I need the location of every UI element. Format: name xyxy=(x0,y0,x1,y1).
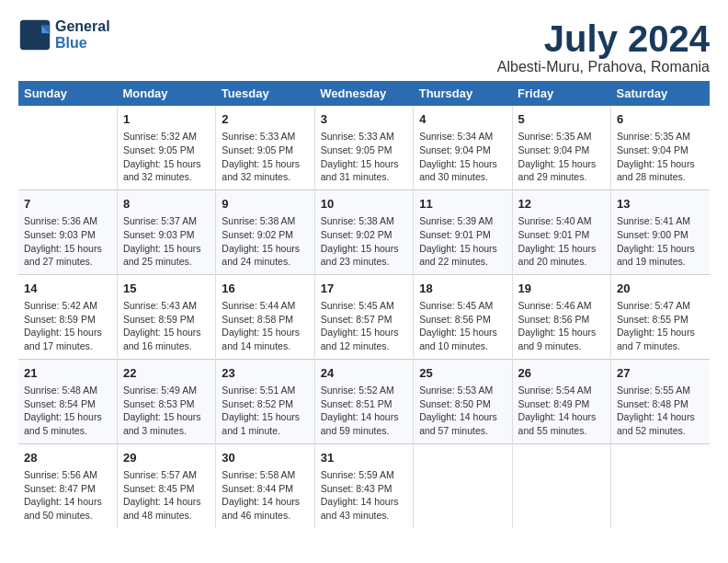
day-cell-21: 21Sunrise: 5:48 AM Sunset: 8:54 PM Dayli… xyxy=(18,359,117,443)
day-number: 8 xyxy=(123,196,210,213)
weekday-header-monday: Monday xyxy=(117,81,215,106)
weekday-header-friday: Friday xyxy=(512,81,610,106)
day-number: 29 xyxy=(123,450,210,466)
day-cell-4: 4Sunrise: 5:34 AM Sunset: 9:04 PM Daylig… xyxy=(414,106,512,190)
day-number: 26 xyxy=(518,365,605,382)
day-info: Sunrise: 5:53 AM Sunset: 8:50 PM Dayligh… xyxy=(419,384,506,438)
day-cell-27: 27Sunrise: 5:55 AM Sunset: 8:48 PM Dayli… xyxy=(611,359,710,443)
logo-text: General Blue xyxy=(55,18,110,51)
day-info: Sunrise: 5:55 AM Sunset: 8:48 PM Dayligh… xyxy=(617,384,704,438)
day-number: 20 xyxy=(617,281,704,297)
day-info: Sunrise: 5:33 AM Sunset: 9:05 PM Dayligh… xyxy=(321,130,407,184)
day-info: Sunrise: 5:39 AM Sunset: 9:01 PM Dayligh… xyxy=(419,214,506,269)
week-row-1: 1Sunrise: 5:32 AM Sunset: 9:05 PM Daylig… xyxy=(18,106,710,190)
day-info: Sunrise: 5:44 AM Sunset: 8:58 PM Dayligh… xyxy=(222,299,308,353)
day-cell-14: 14Sunrise: 5:42 AM Sunset: 8:59 PM Dayli… xyxy=(18,274,117,359)
day-cell-18: 18Sunrise: 5:45 AM Sunset: 8:56 PM Dayli… xyxy=(414,274,512,359)
day-number: 19 xyxy=(518,281,605,297)
weekday-header-thursday: Thursday xyxy=(414,81,512,106)
location-subtitle: Albesti-Muru, Prahova, Romania xyxy=(497,59,710,75)
day-number: 30 xyxy=(222,450,308,466)
day-number: 5 xyxy=(518,111,605,128)
day-info: Sunrise: 5:51 AM Sunset: 8:52 PM Dayligh… xyxy=(222,384,308,438)
day-info: Sunrise: 5:49 AM Sunset: 8:53 PM Dayligh… xyxy=(123,384,210,438)
day-info: Sunrise: 5:40 AM Sunset: 9:01 PM Dayligh… xyxy=(518,214,605,269)
day-number: 6 xyxy=(617,111,704,128)
day-cell-30: 30Sunrise: 5:58 AM Sunset: 8:44 PM Dayli… xyxy=(216,443,314,527)
day-info: Sunrise: 5:54 AM Sunset: 8:49 PM Dayligh… xyxy=(518,384,605,438)
empty-cell xyxy=(512,443,610,527)
day-info: Sunrise: 5:47 AM Sunset: 8:55 PM Dayligh… xyxy=(617,299,704,353)
day-cell-8: 8Sunrise: 5:37 AM Sunset: 9:03 PM Daylig… xyxy=(117,190,215,274)
day-info: Sunrise: 5:36 AM Sunset: 9:03 PM Dayligh… xyxy=(24,214,111,269)
day-number: 27 xyxy=(617,365,704,382)
weekday-header-sunday: Sunday xyxy=(18,81,117,106)
day-number: 9 xyxy=(222,196,308,213)
month-title: July 2024 xyxy=(497,18,710,59)
day-info: Sunrise: 5:45 AM Sunset: 8:57 PM Dayligh… xyxy=(321,299,407,353)
empty-cell xyxy=(611,443,710,527)
day-number: 22 xyxy=(123,365,210,382)
title-block: July 2024 Albesti-Muru, Prahova, Romania xyxy=(497,18,710,75)
day-info: Sunrise: 5:33 AM Sunset: 9:05 PM Dayligh… xyxy=(222,130,308,184)
day-cell-12: 12Sunrise: 5:40 AM Sunset: 9:01 PM Dayli… xyxy=(512,190,610,274)
day-number: 31 xyxy=(321,450,407,466)
day-number: 21 xyxy=(24,365,111,382)
day-cell-3: 3Sunrise: 5:33 AM Sunset: 9:05 PM Daylig… xyxy=(314,106,413,190)
day-info: Sunrise: 5:34 AM Sunset: 9:04 PM Dayligh… xyxy=(419,130,506,184)
day-number: 12 xyxy=(518,196,605,213)
day-number: 2 xyxy=(222,111,308,128)
day-info: Sunrise: 5:41 AM Sunset: 9:00 PM Dayligh… xyxy=(617,214,704,269)
calendar-table: SundayMondayTuesdayWednesdayThursdayFrid… xyxy=(18,81,710,528)
day-cell-1: 1Sunrise: 5:32 AM Sunset: 9:05 PM Daylig… xyxy=(117,106,215,190)
empty-cell xyxy=(18,106,117,190)
day-cell-9: 9Sunrise: 5:38 AM Sunset: 9:02 PM Daylig… xyxy=(216,190,314,274)
day-cell-26: 26Sunrise: 5:54 AM Sunset: 8:49 PM Dayli… xyxy=(512,359,610,443)
day-info: Sunrise: 5:42 AM Sunset: 8:59 PM Dayligh… xyxy=(24,299,111,353)
day-info: Sunrise: 5:38 AM Sunset: 9:02 PM Dayligh… xyxy=(321,214,407,269)
week-row-5: 28Sunrise: 5:56 AM Sunset: 8:47 PM Dayli… xyxy=(18,443,710,527)
day-info: Sunrise: 5:37 AM Sunset: 9:03 PM Dayligh… xyxy=(123,214,210,269)
day-number: 10 xyxy=(321,196,407,213)
day-info: Sunrise: 5:35 AM Sunset: 9:04 PM Dayligh… xyxy=(617,130,704,184)
day-cell-20: 20Sunrise: 5:47 AM Sunset: 8:55 PM Dayli… xyxy=(611,274,710,359)
day-info: Sunrise: 5:56 AM Sunset: 8:47 PM Dayligh… xyxy=(24,468,111,523)
svg-rect-0 xyxy=(20,20,50,50)
day-cell-2: 2Sunrise: 5:33 AM Sunset: 9:05 PM Daylig… xyxy=(216,106,314,190)
day-cell-15: 15Sunrise: 5:43 AM Sunset: 8:59 PM Dayli… xyxy=(117,274,215,359)
day-number: 13 xyxy=(617,196,704,213)
day-cell-22: 22Sunrise: 5:49 AM Sunset: 8:53 PM Dayli… xyxy=(117,359,215,443)
logo: General Blue xyxy=(18,18,110,52)
weekday-header-tuesday: Tuesday xyxy=(216,81,314,106)
day-info: Sunrise: 5:48 AM Sunset: 8:54 PM Dayligh… xyxy=(24,384,111,438)
day-number: 16 xyxy=(222,281,308,297)
day-cell-31: 31Sunrise: 5:59 AM Sunset: 8:43 PM Dayli… xyxy=(314,443,413,527)
day-cell-5: 5Sunrise: 5:35 AM Sunset: 9:04 PM Daylig… xyxy=(512,106,610,190)
day-info: Sunrise: 5:45 AM Sunset: 8:56 PM Dayligh… xyxy=(419,299,506,353)
weekday-header-row: SundayMondayTuesdayWednesdayThursdayFrid… xyxy=(18,81,710,106)
weekday-header-saturday: Saturday xyxy=(611,81,710,106)
day-number: 4 xyxy=(419,111,506,128)
day-number: 28 xyxy=(24,450,111,466)
day-number: 17 xyxy=(321,281,407,297)
day-cell-6: 6Sunrise: 5:35 AM Sunset: 9:04 PM Daylig… xyxy=(611,106,710,190)
day-number: 15 xyxy=(123,281,210,297)
day-cell-19: 19Sunrise: 5:46 AM Sunset: 8:56 PM Dayli… xyxy=(512,274,610,359)
week-row-3: 14Sunrise: 5:42 AM Sunset: 8:59 PM Dayli… xyxy=(18,274,710,359)
day-cell-29: 29Sunrise: 5:57 AM Sunset: 8:45 PM Dayli… xyxy=(117,443,215,527)
day-cell-23: 23Sunrise: 5:51 AM Sunset: 8:52 PM Dayli… xyxy=(216,359,314,443)
empty-cell xyxy=(414,443,512,527)
day-info: Sunrise: 5:38 AM Sunset: 9:02 PM Dayligh… xyxy=(222,214,308,269)
day-info: Sunrise: 5:57 AM Sunset: 8:45 PM Dayligh… xyxy=(123,468,210,523)
day-cell-16: 16Sunrise: 5:44 AM Sunset: 8:58 PM Dayli… xyxy=(216,274,314,359)
day-number: 1 xyxy=(123,111,210,128)
day-number: 18 xyxy=(419,281,506,297)
weekday-header-wednesday: Wednesday xyxy=(314,81,413,106)
day-cell-24: 24Sunrise: 5:52 AM Sunset: 8:51 PM Dayli… xyxy=(314,359,413,443)
day-info: Sunrise: 5:59 AM Sunset: 8:43 PM Dayligh… xyxy=(321,468,407,523)
day-number: 14 xyxy=(24,281,111,297)
day-info: Sunrise: 5:43 AM Sunset: 8:59 PM Dayligh… xyxy=(123,299,210,353)
day-cell-25: 25Sunrise: 5:53 AM Sunset: 8:50 PM Dayli… xyxy=(414,359,512,443)
day-number: 23 xyxy=(222,365,308,382)
day-cell-17: 17Sunrise: 5:45 AM Sunset: 8:57 PM Dayli… xyxy=(314,274,413,359)
